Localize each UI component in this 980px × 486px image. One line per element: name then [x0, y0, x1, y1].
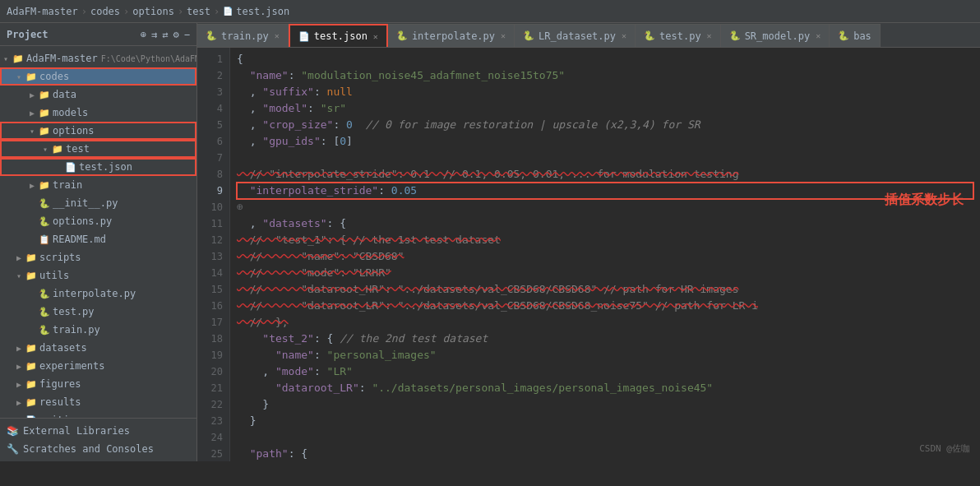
code-span-1: { — [237, 51, 243, 67]
ln14: 14 — [197, 265, 223, 281]
breadcrumb-root: AdaFM-master — [7, 6, 78, 17]
sidebar-header: Project ⊕ ⇉ ⇄ ⚙ − — [0, 23, 196, 46]
sidebar-item-scratches[interactable]: 🔧 Scratches and Consoles — [0, 440, 196, 458]
sync-icon[interactable]: ⇄ — [162, 29, 168, 40]
tab-lr-dataset-py[interactable]: 🐍 LR_dataset.py ✕ — [515, 24, 636, 47]
ln3: 3 — [197, 84, 223, 100]
sidebar-item-gitignore[interactable]: ▶ 📄 .gitignore — [0, 411, 196, 418]
tree-label-interp-py: interpolate.py — [53, 288, 136, 299]
tree-label-test-py: test.py — [53, 306, 95, 317]
tab-test-json[interactable]: 📄 test.json ✕ — [289, 24, 388, 47]
code-line-18: "test_2" : { // the 2nd test dataset — [237, 331, 973, 347]
tab-train-py[interactable]: 🐍 train.py ✕ — [197, 24, 289, 47]
code-line-6: , "gpu_ids" : [ 0 ] — [237, 133, 973, 150]
code-l20-key: "mode" — [275, 363, 314, 380]
scratches-label: Scratches and Consoles — [23, 443, 154, 455]
ln8: 8 — [197, 166, 223, 183]
file-icon-test-json: 📄 — [64, 162, 77, 173]
sidebar-item-readme-codes[interactable]: ▶ 📋 README.md — [0, 230, 196, 248]
main-layout: Project ⊕ ⇉ ⇄ ⚙ − ▾ 📁 AdaFM-master F:\Co… — [0, 23, 980, 461]
arrow-data: ▶ — [26, 90, 38, 100]
sidebar-item-test-py[interactable]: ▶ 🐍 test.py — [0, 303, 196, 321]
code-l5-comment: // 0 for image restoration | upscale (x2… — [353, 117, 700, 133]
arrow-experiments: ▶ — [13, 362, 25, 371]
arrow-results: ▶ — [13, 398, 25, 407]
sidebar-item-models[interactable]: ▶ 📁 models — [0, 104, 196, 122]
ln6: 6 — [197, 133, 223, 150]
sidebar-item-init-py[interactable]: ▶ 🐍 __init__.py — [0, 194, 196, 212]
code-line-20: , "mode" : "LR" — [237, 363, 973, 380]
ln9: 9 — [197, 183, 223, 199]
code-l25-indent — [237, 446, 250, 461]
tree-label-options: options — [53, 125, 95, 137]
sidebar-item-train-folder[interactable]: ▶ 📁 train — [0, 176, 196, 194]
tab-icon-bas: 🐍 — [838, 30, 849, 41]
code-l8-comment: // "interpolate_stride": 0.1 // 0.1, 0.0… — [237, 166, 738, 183]
sidebar-item-experiments[interactable]: ▶ 📁 experiments — [0, 357, 196, 375]
tab-test-py[interactable]: 🐍 test.py ✕ — [636, 24, 721, 47]
code-line-11: , "datasets" : { — [237, 215, 973, 232]
code-l11-comma: , — [237, 215, 262, 232]
tab-icon-test-json: 📄 — [298, 31, 310, 42]
code-l25-brace: : { — [289, 446, 307, 461]
code-l20-val: "LR" — [327, 363, 353, 380]
tab-close-test-json[interactable]: ✕ — [373, 32, 378, 41]
code-l19-key: "name" — [275, 347, 314, 363]
sidebar-item-train-py[interactable]: ▶ 🐍 train.py — [0, 321, 196, 339]
sidebar-item-utils[interactable]: ▾ 📁 utils — [0, 266, 196, 285]
code-l16-comment: // "dataroot_LR": "../datasets/val_CBSD6… — [237, 298, 758, 314]
sidebar-item-scripts[interactable]: ▶ 📁 scripts — [0, 248, 196, 266]
sidebar-item-results[interactable]: ▶ 📁 results — [0, 393, 196, 411]
external-libs-icon: 📚 — [7, 425, 19, 437]
code-l15-comment: // "dataroot_HR": "../datasets/val_CBSD6… — [237, 281, 738, 298]
sidebar-item-figures[interactable]: ▶ 📁 figures — [0, 375, 196, 393]
sidebar-item-datasets[interactable]: ▶ 📁 datasets — [0, 339, 196, 357]
ln21: 21 — [197, 380, 223, 396]
file-icon-test-py: 🐍 — [38, 307, 51, 317]
collapse-icon[interactable]: ⇉ — [151, 29, 157, 40]
tree-root[interactable]: ▾ 📁 AdaFM-master F:\Code\Python\AdaFM\Ad… — [0, 49, 196, 67]
tab-close-sr-model-py[interactable]: ✕ — [816, 31, 821, 40]
code-line-3: , "suffix" : null — [237, 84, 973, 100]
code-line-24 — [237, 429, 973, 446]
code-line-12: // "test_1": { // the 1st test dataset — [237, 232, 973, 248]
tree-label-test-json: test.json — [79, 161, 132, 173]
tab-sr-model-py[interactable]: 🐍 SR_model.py ✕ — [721, 24, 830, 47]
sidebar-item-external-libs[interactable]: 📚 External Libraries — [0, 422, 196, 440]
tab-close-train-py[interactable]: ✕ — [275, 31, 280, 40]
arrow-train-folder: ▶ — [26, 181, 38, 190]
line-numbers: 1 2 3 4 5 6 7 8 9 10 11 12 13 14 15 16 1… — [197, 48, 230, 461]
code-l18-key: "test_2" — [262, 331, 314, 347]
tab-close-lr-dataset-py[interactable]: ✕ — [622, 31, 626, 40]
tree-label-datasets: datasets — [39, 342, 87, 354]
editor-panel: 🐍 train.py ✕ 📄 test.json ✕ 🐍 interpolate… — [197, 23, 980, 461]
breadcrumb: AdaFM-master › codes › options › test › … — [7, 6, 289, 17]
settings-icon[interactable]: ⚙ — [173, 29, 179, 40]
code-line-16: // "dataroot_LR": "../datasets/val_CBSD6… — [237, 298, 973, 314]
code-line-14: // "mode": "LRHR" — [237, 265, 973, 281]
sidebar-header-icons: ⊕ ⇉ ⇄ ⚙ − — [141, 29, 190, 40]
tab-interpolate-py[interactable]: 🐍 interpolate.py ✕ — [388, 24, 515, 47]
arrow-test-folder: ▾ — [39, 145, 51, 154]
tree-label-models: models — [53, 107, 88, 118]
ln19: 19 — [197, 347, 223, 363]
sidebar-item-test-json[interactable]: ▶ 📄 test.json — [0, 158, 196, 176]
tab-close-test-py[interactable]: ✕ — [707, 31, 712, 40]
sidebar-item-data[interactable]: ▶ 📁 data — [0, 86, 196, 104]
add-icon[interactable]: ⊕ — [141, 29, 146, 40]
code-l19-val: "personal_images" — [327, 347, 437, 363]
folder-icon-test: 📁 — [51, 144, 64, 155]
sidebar-item-test-folder[interactable]: ▾ 📁 test — [0, 140, 196, 158]
breadcrumb-codes: codes — [90, 6, 120, 17]
tab-bas[interactable]: 🐍 bas — [830, 24, 881, 47]
sidebar-item-options[interactable]: ▾ 📁 options — [0, 122, 196, 140]
sidebar-item-options-py[interactable]: ▶ 🐍 options.py — [0, 212, 196, 230]
sidebar-item-interpolate-py[interactable]: ▶ 🐍 interpolate.py — [0, 285, 196, 303]
code-l17-comment: // }, — [237, 314, 289, 331]
code-line-5: , "crop_size" : 0 // 0 for image restora… — [237, 117, 973, 133]
code-l3-comma: , — [237, 84, 262, 100]
code-l4-key: "model" — [262, 100, 307, 117]
sidebar-item-codes[interactable]: ▾ 📁 codes — [0, 67, 196, 86]
tab-close-interpolate-py[interactable]: ✕ — [501, 31, 506, 40]
minimize-icon[interactable]: − — [184, 29, 190, 40]
